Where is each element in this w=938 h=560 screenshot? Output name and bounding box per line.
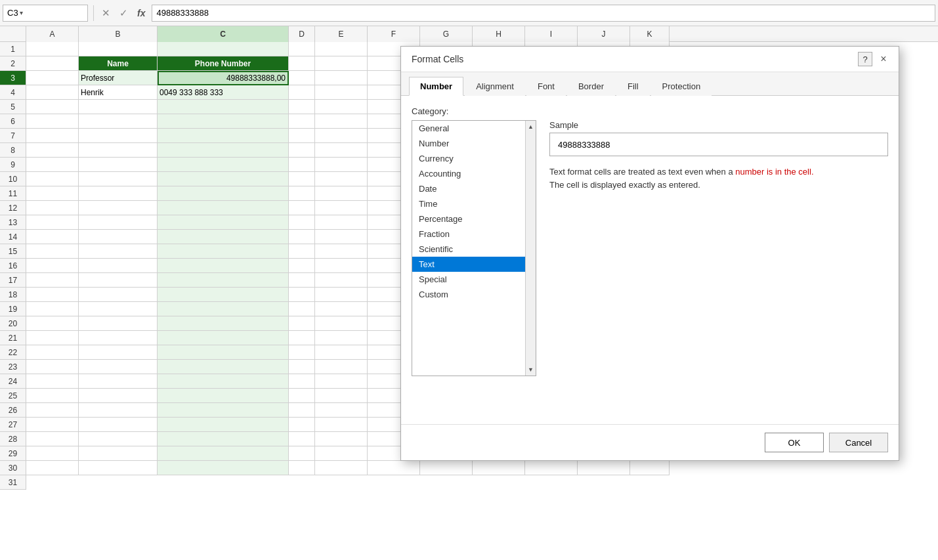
cancel-button[interactable]: Cancel [829,433,888,452]
scroll-up-icon[interactable]: ▲ [526,122,536,131]
tab-fill[interactable]: Fill [616,77,650,96]
list-item[interactable]: Accounting [412,166,536,181]
list-item[interactable]: Date [412,181,536,196]
dialog-main: General Number Currency Accounting Date … [412,120,888,376]
sample-label: Sample [549,120,888,130]
sample-value: 49888333888 [558,140,610,150]
category-label: Category: [412,106,888,116]
list-item[interactable]: Currency [412,151,536,166]
dialog-title: Format Cells [412,54,463,64]
dialog-content: Category: General Number Currency Accoun… [401,96,899,424]
list-item[interactable]: Time [412,196,536,211]
dialog-footer: OK Cancel [401,424,899,460]
description-text: Text format cells are treated as text ev… [549,165,888,191]
category-scrollbar: ▲ ▼ [525,121,536,376]
tab-border[interactable]: Border [567,77,615,96]
sample-box: 49888333888 [549,133,888,156]
dialog-tabs: Number Alignment Font Border Fill Protec… [401,72,899,96]
list-item[interactable]: Custom [412,287,536,302]
description-highlight: number is in the cell. [735,167,813,177]
list-item[interactable]: General [412,121,536,136]
list-item[interactable]: Number [412,136,536,151]
format-cells-dialog: Format Cells ? × Number Alignment Font B… [400,46,899,461]
tab-number[interactable]: Number [409,77,463,96]
list-item[interactable]: Special [412,272,536,287]
scroll-down-icon[interactable]: ▼ [526,365,536,374]
format-panel: Sample 49888333888 Text format cells are… [549,120,888,376]
list-item-text[interactable]: Text [412,257,536,272]
dialog-title-buttons: ? × [858,52,891,66]
dialog-help-button[interactable]: ? [858,52,872,66]
tab-font[interactable]: Font [526,77,566,96]
dialog-close-button[interactable]: × [876,52,891,66]
list-item[interactable]: Scientific [412,242,536,257]
tab-alignment[interactable]: Alignment [465,77,525,96]
category-list: General Number Currency Accounting Date … [412,121,536,376]
dialog-overlay: Format Cells ? × Number Alignment Font B… [0,0,938,560]
category-list-container: General Number Currency Accounting Date … [412,120,536,376]
dialog-titlebar: Format Cells ? × [401,47,899,72]
list-item[interactable]: Percentage [412,211,536,226]
list-item[interactable]: Fraction [412,226,536,242]
tab-protection[interactable]: Protection [651,77,712,96]
ok-button[interactable]: OK [765,433,824,452]
